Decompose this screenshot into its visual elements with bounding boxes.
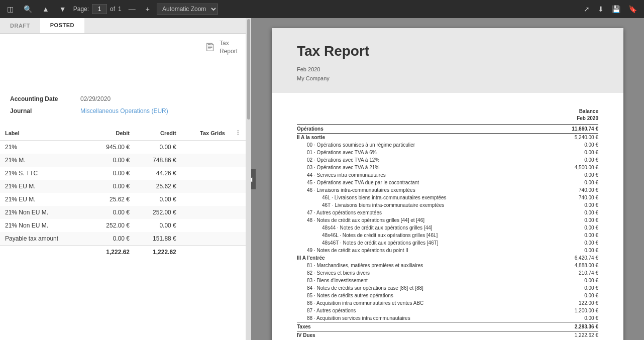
page-of-label: of	[110, 6, 115, 13]
pdf-row-label: 86 · Acquisition intra communautaires et…	[297, 299, 553, 307]
prev-page-button[interactable]: ▲	[39, 3, 52, 15]
row-label: 21% Non EU M.	[0, 219, 88, 232]
pdf-row-value: 4,500.00 €	[553, 164, 598, 171]
pdf-row-label: 49 · Notes de crédit aux opérations du p…	[297, 247, 553, 254]
row-debit: 0.00 €	[88, 206, 135, 219]
pdf-row: 85 · Notes de crédits autres opérations …	[297, 292, 598, 299]
panel-toggle-button[interactable]: ◀	[251, 169, 256, 189]
toolbar-right-actions: ➚ ⬇ 💾 🔖	[581, 3, 640, 15]
col-taxgrids-header: Tax Grids	[181, 126, 230, 141]
row-taxgrids	[181, 232, 230, 246]
table-section: Label Debit Credit Tax Grids ⋮ 21% 945.0…	[0, 126, 246, 340]
bookmark-button[interactable]: 🔖	[625, 3, 640, 15]
pdf-row-label: 82 · Services et biens divers	[297, 269, 553, 277]
pdf-section-header: Opérations 11,660.74 €	[297, 125, 598, 134]
journal-row: Journal Miscellaneous Operations (EUR)	[10, 107, 236, 115]
pdf-row-value: 740.00 €	[553, 186, 598, 194]
pdf-row-label: 84 · Notes de crédits sur opérations cas…	[297, 284, 553, 292]
pdf-row-value: 0.00 €	[553, 284, 598, 292]
zoom-in-icon: +	[146, 5, 150, 13]
zoom-in-button[interactable]: +	[143, 3, 153, 15]
pdf-row: 82 · Services et biens divers 210.74 €	[297, 269, 598, 277]
pdf-row: 49 · Notes de crédit aux opérations du p…	[297, 247, 598, 254]
accounting-date-row: Accounting Date 02/29/2020	[10, 95, 236, 102]
row-menu[interactable]	[230, 154, 246, 167]
table-row: 21% Non EU M. 252.00 € 0.00 €	[0, 219, 246, 232]
pdf-row-value: 122.00 €	[553, 299, 598, 307]
download-button[interactable]: ⬇	[595, 3, 607, 15]
pdf-row-label: 48 · Notes de crédit aux opérations gril…	[297, 216, 553, 224]
page-number-input[interactable]	[92, 4, 107, 14]
pdf-row-value: 0.00 €	[553, 171, 598, 179]
row-menu[interactable]	[230, 206, 246, 219]
pdf-row-label: 88 · Acquisition services intra communau…	[297, 314, 553, 322]
row-menu[interactable]	[230, 167, 246, 180]
search-button[interactable]: 🔍	[21, 3, 35, 15]
scrollbar-thumb	[247, 19, 250, 120]
doc-label-line1: Tax	[220, 40, 238, 48]
row-credit: 252.00 €	[135, 206, 181, 219]
pdf-row-value: 1,200.00 €	[553, 307, 598, 314]
sidebar-toggle-icon: ◫	[7, 5, 14, 13]
pdf-row: 86 · Acquisition intra communautaires et…	[297, 299, 598, 307]
pdf-title: Tax Report	[297, 43, 598, 59]
pdf-row-value: 6,420.74 €	[553, 254, 598, 262]
pdf-row-value: 0.00 €	[553, 149, 598, 156]
row-menu[interactable]	[230, 219, 246, 232]
table-row: 21% S. TTC 0.00 € 44.26 €	[0, 167, 246, 180]
pdf-row-label: 81 · Marchandises, matières premières et…	[297, 262, 553, 269]
save-button[interactable]: 💾	[609, 3, 623, 15]
pdf-report-table: Opérations 11,660.74 € II A la sortie 5,…	[297, 124, 598, 340]
row-credit: 748.86 €	[135, 154, 181, 167]
pdf-row: 46L · Livraisons biens intra-communautai…	[297, 194, 598, 201]
table-row: Payable tax amount 0.00 € 151.88 €	[0, 232, 246, 246]
pdf-section-header: Taxes 2,293.36 €	[297, 322, 598, 331]
row-menu[interactable]	[230, 193, 246, 206]
col-credit-header: Credit	[135, 126, 181, 141]
fullscreen-button[interactable]: ➚	[581, 3, 593, 15]
row-menu[interactable]	[230, 141, 246, 154]
pdf-row-value: 0.00 €	[553, 224, 598, 232]
pdf-row: 02 · Opérations avec TVA à 12% 0.00 €	[297, 156, 598, 164]
sidebar-toggle-button[interactable]: ◫	[4, 3, 17, 15]
row-taxgrids	[181, 219, 230, 232]
pdf-row: 83 · Biens d'investissement 0.00 €	[297, 277, 598, 284]
col-debit-header: Debit	[88, 126, 135, 141]
row-label: 21% EU M.	[0, 180, 88, 193]
bookmark-icon: 🔖	[628, 5, 637, 13]
table-row: 21% 945.00 € 0.00 €	[0, 141, 246, 154]
row-debit: 252.00 €	[88, 219, 135, 232]
tab-posted[interactable]: POSTED	[40, 18, 84, 33]
doc-icon-box: 🖹 Tax Report	[204, 40, 238, 55]
row-debit: 0.00 €	[88, 180, 135, 193]
journal-value[interactable]: Miscellaneous Operations (EUR)	[80, 107, 168, 115]
download-icon: ⬇	[598, 5, 604, 13]
row-menu[interactable]	[230, 180, 246, 193]
zoom-out-button[interactable]: —	[126, 3, 139, 15]
prev-icon: ▲	[42, 5, 49, 13]
row-credit: 151.88 €	[135, 232, 181, 246]
pdf-row: 84 · Notes de crédits sur opérations cas…	[297, 284, 598, 292]
zoom-select[interactable]: Automatic Zoom	[157, 4, 218, 15]
row-debit: 0.00 €	[88, 232, 135, 246]
row-label: 21% M.	[0, 154, 88, 167]
pdf-page: Tax Report Feb 2020 My Company BalanceFe…	[272, 28, 623, 340]
pdf-row: 48 · Notes de crédit aux opérations gril…	[297, 216, 598, 224]
left-panel-scrollbar[interactable]	[246, 18, 251, 340]
pdf-row: 46T · Livraisons biens intra-communautai…	[297, 201, 598, 209]
info-section: Accounting Date 02/29/2020 Journal Misce…	[0, 89, 246, 126]
pdf-row-label: III A l'entrée	[297, 254, 553, 262]
pdf-row: 48s46L · Notes de crédit aux opérations …	[297, 232, 598, 239]
tab-draft[interactable]: DRAFT	[0, 18, 40, 33]
pdf-row-value: 0.00 €	[553, 247, 598, 254]
row-menu[interactable]	[230, 232, 246, 246]
row-label: 21% EU M.	[0, 193, 88, 206]
pdf-section-name: Taxes	[297, 322, 553, 331]
pdf-row-value: 0.00 €	[553, 277, 598, 284]
pdf-row-value: 5,240.00 €	[553, 134, 598, 142]
pdf-row: 87 · Autres opérations 1,200.00 €	[297, 307, 598, 314]
save-icon: 💾	[612, 5, 620, 13]
next-page-button[interactable]: ▼	[56, 3, 69, 15]
pdf-row: 81 · Marchandises, matières premières et…	[297, 262, 598, 269]
left-panel: DRAFT POSTED 🖹 Tax Report Accounting Dat…	[0, 18, 246, 340]
